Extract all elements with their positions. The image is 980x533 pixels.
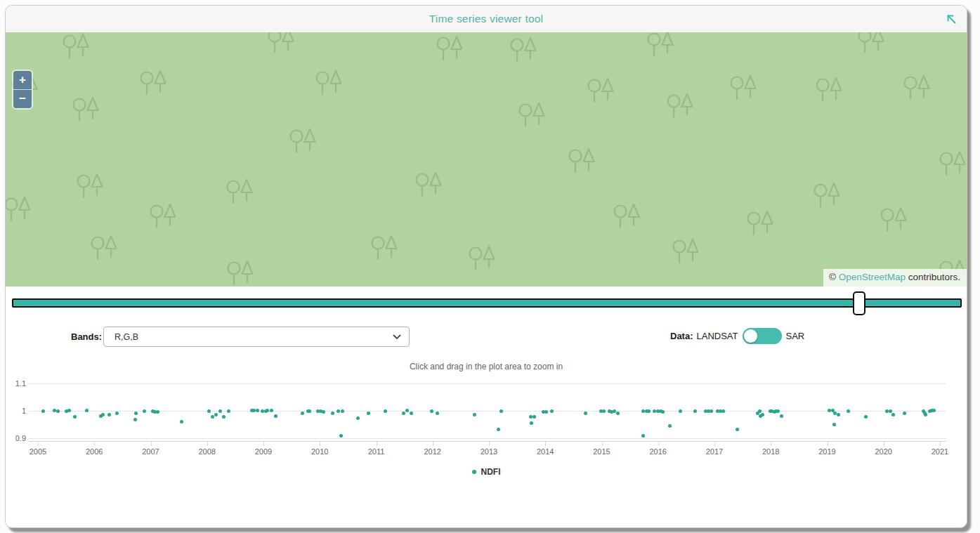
forest-trees-icon [6,195,34,223]
legend-label: NDFI [481,467,501,477]
copyright-symbol: © [829,272,836,282]
collapse-arrow-icon[interactable] [946,14,957,25]
forest-trees-icon [901,74,934,102]
x-axis-label: 2016 [637,447,679,456]
x-axis-label: 2018 [750,447,792,456]
x-axis-tick [489,442,490,446]
x-axis-label: 2006 [73,447,115,456]
x-axis-tick [828,442,828,446]
x-axis-tick [771,442,771,446]
zoom-out-button[interactable]: − [13,90,32,108]
y-axis-label: 1 [6,407,26,415]
forest-trees-icon [508,36,540,64]
bands-label: Bands: [71,331,102,342]
x-axis-tick [433,442,433,446]
forest-trees-icon [224,178,256,206]
x-axis-label: 2020 [863,447,905,456]
x-axis-label: 2010 [299,447,341,456]
attribution-suffix: contributors. [908,272,960,282]
toggle-knob[interactable] [744,329,757,343]
x-axis-label: 2021 [919,447,961,456]
forest-trees-icon [266,32,298,55]
legend-marker-icon [472,470,476,474]
x-axis-label: 2005 [17,447,59,456]
landsat-option-label: LANDSAT [697,331,738,341]
x-axis-label: 2014 [524,447,566,456]
x-axis-tick [263,442,264,446]
forest-trees-icon [665,92,697,120]
forest-trees-icon [878,206,910,234]
x-axis-tick [38,442,39,446]
forest-trees-icon [434,34,466,62]
data-label: Data: [670,331,693,341]
forest-trees-icon [225,259,257,287]
forest-layer [6,32,967,287]
timeline-slider-handle[interactable] [853,291,865,315]
map[interactable]: + − © OpenStreetMap contributors. [6,32,967,287]
timeline-slider-track[interactable] [12,298,962,308]
forest-trees-icon [148,202,180,230]
forest-trees-icon [516,101,549,129]
page-title: Time series viewer tool [429,13,544,25]
bands-select-value: R,G,B [115,332,138,342]
forest-trees-icon [413,171,445,199]
x-axis-label: 2009 [242,447,285,456]
x-axis-tick [884,442,884,446]
y-axis-label: 0.9 [6,434,26,442]
x-axis-label: 2011 [355,447,398,456]
x-axis-label: 2015 [581,447,623,456]
forest-trees-icon [70,96,103,124]
data-source-toggle[interactable] [743,328,782,344]
forest-trees-icon [60,32,93,60]
forest-trees-icon [466,244,499,272]
x-axis-label: 2008 [186,447,228,456]
forest-trees-icon [645,32,677,58]
forest-trees-icon [287,127,320,155]
forest-trees-icon [138,69,170,97]
x-axis-label: 2012 [412,447,454,456]
bands-select[interactable]: R,G,B [103,327,410,347]
x-axis-line [29,441,946,442]
x-axis-tick [545,442,546,446]
forest-trees-icon [856,32,888,55]
forest-trees-icon [745,209,777,237]
x-axis-tick [377,442,377,446]
chevron-down-icon [393,334,401,340]
x-axis-tick [602,442,603,446]
zoom-in-button[interactable]: + [13,71,32,90]
sar-option-label: SAR [786,331,805,341]
app-window: Time series viewer tool [5,5,967,528]
openstreetmap-link[interactable]: OpenStreetMap [839,272,906,282]
x-axis-tick [94,442,95,446]
forest-trees-icon [811,181,844,209]
forest-trees-icon [369,234,401,262]
chart-title: Click and drag in the plot area to zoom … [6,362,967,371]
x-axis-tick [320,442,320,446]
map-zoom-control: + − [12,70,33,110]
forest-trees-icon [313,69,346,97]
map-attribution: © OpenStreetMap contributors. [823,269,967,287]
x-axis-tick [658,442,659,446]
forest-trees-icon [728,74,760,102]
x-axis-tick [714,442,715,446]
x-axis-label: 2013 [468,447,510,456]
x-axis-tick [151,442,152,446]
legend-item-ndfi[interactable]: NDFI [6,467,967,477]
data-source-control: Data: LANDSAT SAR [670,326,804,346]
forest-trees-icon [611,202,643,230]
forest-trees-icon [89,234,121,262]
forest-trees-icon [814,76,846,104]
forest-trees-icon [566,147,599,175]
forest-trees-icon [937,150,967,178]
forest-trees-icon [585,77,618,105]
x-axis-tick [207,442,208,446]
x-axis-label: 2019 [806,447,849,456]
x-axis-label: 2017 [693,447,736,456]
x-axis-label: 2007 [130,447,172,456]
header: Time series viewer tool [6,6,967,32]
forest-trees-icon [74,172,107,200]
x-axis-tick [940,442,941,446]
forest-trees-icon [670,237,703,265]
plot-area[interactable] [29,378,946,441]
y-axis-label: 1.1 [6,379,26,388]
